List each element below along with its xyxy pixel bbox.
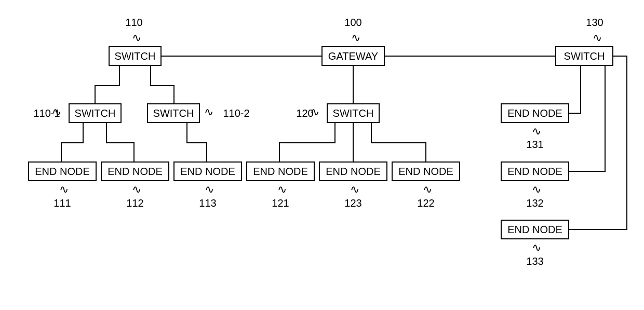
node-gateway: GATEWAY 100 ∿ — [322, 17, 384, 65]
node-gateway-ref: 100 — [344, 17, 361, 28]
svg-text:∿: ∿ — [532, 183, 541, 196]
node-en121-ref: 121 — [272, 197, 289, 209]
node-en133-ref: 133 — [526, 255, 543, 267]
node-en133-label: END NODE — [507, 224, 562, 235]
node-en121-label: END NODE — [253, 166, 308, 177]
node-sw110-1: SWITCH 110-1 ∿ — [33, 104, 121, 123]
node-en111-ref: 111 — [53, 197, 71, 209]
link-sw120-en122 — [371, 123, 426, 162]
node-en123-ref: 123 — [344, 197, 361, 209]
svg-text:∿: ∿ — [532, 125, 541, 138]
node-en111: END NODE 111 ∿ — [29, 162, 96, 209]
link-sw110-1-en111 — [61, 123, 83, 162]
node-en113-ref: 113 — [199, 197, 216, 209]
node-en133: END NODE 133 ∿ — [501, 220, 569, 267]
svg-text:∿: ∿ — [350, 183, 359, 196]
svg-text:∿: ∿ — [593, 31, 602, 44]
node-sw130-label: SWITCH — [564, 50, 605, 62]
node-sw120-label: SWITCH — [333, 107, 374, 119]
svg-text:∿: ∿ — [277, 183, 287, 196]
svg-text:∿: ∿ — [204, 105, 213, 118]
node-sw110-ref: 110 — [125, 17, 142, 28]
node-gateway-label: GATEWAY — [328, 50, 378, 62]
node-sw110-2-label: SWITCH — [153, 107, 194, 119]
node-sw110-2: SWITCH 110-2 ∿ — [147, 104, 250, 123]
node-en122-label: END NODE — [398, 166, 453, 177]
svg-text:∿: ∿ — [132, 183, 141, 196]
link-sw110-sw110-2 — [151, 65, 174, 104]
node-en123-label: END NODE — [326, 166, 381, 177]
link-sw130-en133 — [569, 56, 627, 230]
node-en121: END NODE 121 ∿ — [247, 162, 314, 209]
svg-text:∿: ∿ — [205, 183, 214, 196]
svg-text:∿: ∿ — [423, 183, 432, 196]
node-en112: END NODE 112 ∿ — [101, 162, 169, 209]
node-en113: END NODE 113 ∿ — [174, 162, 242, 209]
node-en131-label: END NODE — [507, 107, 562, 119]
node-sw120: SWITCH 120 ∿ — [296, 104, 379, 123]
svg-text:∿: ∿ — [310, 105, 319, 118]
svg-text:∿: ∿ — [351, 31, 360, 44]
node-sw110: SWITCH 110 ∿ — [109, 17, 161, 65]
link-sw120-en121 — [279, 123, 335, 162]
node-en131-ref: 131 — [526, 139, 543, 150]
node-en131: END NODE 131 ∿ — [501, 104, 569, 150]
link-sw130-en131 — [569, 65, 581, 113]
network-diagram: GATEWAY 100 ∿ SWITCH 110 ∿ SWITCH 130 ∿ … — [0, 0, 644, 310]
node-en113-label: END NODE — [180, 166, 235, 177]
node-sw130: SWITCH 130 ∿ — [556, 17, 613, 65]
node-en123: END NODE 123 ∿ — [319, 162, 387, 209]
link-sw110-sw110-1 — [95, 65, 119, 104]
node-en122: END NODE 122 ∿ — [392, 162, 460, 209]
svg-text:∿: ∿ — [59, 183, 69, 196]
node-en122-ref: 122 — [417, 197, 434, 209]
node-sw110-2-ref: 110-2 — [223, 107, 249, 119]
link-sw110-2-en113 — [187, 123, 207, 162]
node-en111-label: END NODE — [35, 166, 90, 177]
node-en112-label: END NODE — [108, 166, 163, 177]
node-en112-ref: 112 — [126, 197, 143, 209]
node-en132-ref: 132 — [526, 197, 543, 209]
node-sw110-1-label: SWITCH — [75, 107, 116, 119]
link-sw130-en132 — [569, 65, 605, 171]
node-sw130-ref: 130 — [586, 17, 603, 28]
svg-text:∿: ∿ — [52, 105, 61, 118]
node-en132-label: END NODE — [507, 166, 562, 177]
node-sw110-label: SWITCH — [115, 50, 156, 62]
svg-text:∿: ∿ — [132, 31, 141, 44]
node-en132: END NODE 132 ∿ — [501, 162, 569, 209]
svg-text:∿: ∿ — [532, 241, 541, 254]
link-sw110-1-en112 — [106, 123, 134, 162]
